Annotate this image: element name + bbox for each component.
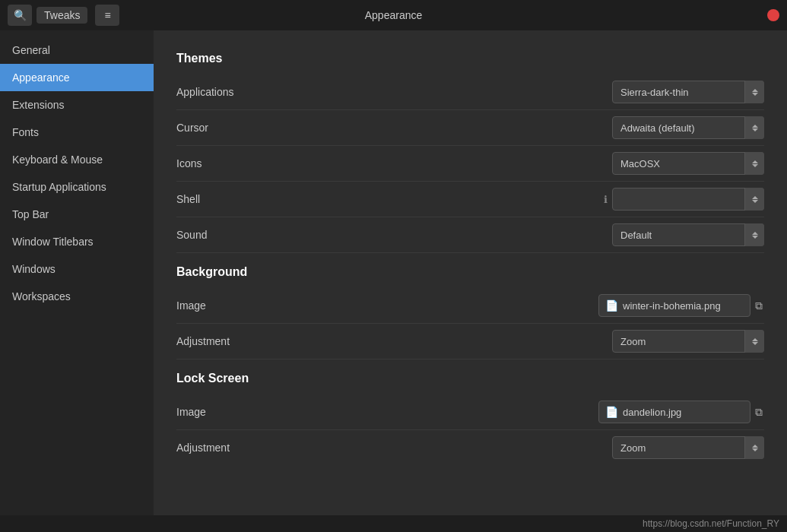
icons-control: MacOSX Adwaita Hicolor — [612, 152, 764, 175]
ls-adjustment-dropdown[interactable]: Zoom Centered Scaled Stretched Wallpaper… — [612, 436, 764, 459]
url-bar: https://blog.csdn.net/Function_RY — [0, 515, 787, 532]
ls-image-row: Image 📄 dandelion.jpg ⧉ — [176, 394, 764, 430]
bg-image-row: Image 📄 winter-in-bohemia.png ⧉ — [176, 288, 764, 324]
sound-dropdown-wrapper: Default Freedesktop Ubuntu — [612, 223, 764, 246]
ls-image-control: 📄 dandelion.jpg ⧉ — [598, 401, 764, 423]
ls-adjustment-row: Adjustment Zoom Centered Scaled Stretche… — [176, 430, 764, 465]
sidebar-item-top-bar[interactable]: Top Bar — [0, 201, 154, 228]
sidebar-item-fonts[interactable]: Fonts — [0, 119, 154, 146]
cursor-control: Adwaita (default) DMZ-Black DMZ-White — [612, 116, 764, 139]
ls-adjustment-dropdown-wrapper: Zoom Centered Scaled Stretched Wallpaper… — [612, 436, 764, 459]
shell-control — [612, 188, 764, 211]
applications-row: Applications Sierra-dark-thin Adwaita Ad… — [176, 74, 764, 110]
sound-label: Sound — [176, 229, 612, 241]
shell-dropdown-wrapper — [612, 188, 764, 211]
lock-screen-section-title: Lock Screen — [176, 372, 764, 385]
content-area: Themes Applications Sierra-dark-thin Adw… — [154, 30, 787, 532]
bg-adjustment-control: Zoom Centered Scaled Stretched Wallpaper… — [612, 330, 764, 353]
applications-dropdown-wrapper: Sierra-dark-thin Adwaita Adwaita-dark — [612, 81, 764, 103]
cursor-row: Cursor Adwaita (default) DMZ-Black DMZ-W… — [176, 110, 764, 146]
header-title: Appearance — [365, 9, 423, 21]
file-icon: 📄 — [605, 299, 618, 312]
applications-control: Sierra-dark-thin Adwaita Adwaita-dark — [612, 81, 764, 103]
sidebar-item-startup-applications[interactable]: Startup Applications — [0, 173, 154, 201]
cursor-dropdown[interactable]: Adwaita (default) DMZ-Black DMZ-White — [612, 116, 764, 139]
background-section-title: Background — [176, 265, 764, 279]
shell-info-icon: ℹ — [604, 194, 608, 205]
sidebar: General Appearance Extensions Fonts Keyb… — [0, 30, 154, 532]
bg-image-copy-button[interactable]: ⧉ — [754, 298, 764, 314]
bg-image-control: 📄 winter-in-bohemia.png ⧉ — [598, 294, 764, 317]
sidebar-item-windows[interactable]: Windows — [0, 255, 154, 283]
applications-label: Applications — [176, 86, 612, 98]
ls-image-label: Image — [176, 406, 598, 418]
bg-adjustment-label: Adjustment — [176, 335, 612, 347]
main-layout: General Appearance Extensions Fonts Keyb… — [0, 30, 787, 532]
bg-adjustment-dropdown[interactable]: Zoom Centered Scaled Stretched Wallpaper… — [612, 330, 764, 353]
ls-image-copy-button[interactable]: ⧉ — [754, 404, 764, 420]
shell-dropdown[interactable] — [612, 188, 764, 211]
sidebar-item-extensions[interactable]: Extensions — [0, 91, 154, 119]
sound-dropdown[interactable]: Default Freedesktop Ubuntu — [612, 223, 764, 246]
ls-adjustment-label: Adjustment — [176, 442, 612, 454]
cursor-label: Cursor — [176, 122, 612, 134]
menu-icon: ≡ — [104, 9, 110, 21]
menu-button[interactable]: ≡ — [95, 5, 119, 26]
bg-adjustment-row: Adjustment Zoom Centered Scaled Stretche… — [176, 324, 764, 359]
app-header: 🔍 Tweaks ≡ Appearance — [0, 0, 787, 30]
themes-section-title: Themes — [176, 52, 764, 65]
bg-image-file-picker[interactable]: 📄 winter-in-bohemia.png — [598, 294, 751, 317]
search-button[interactable]: 🔍 — [8, 5, 32, 26]
icons-row: Icons MacOSX Adwaita Hicolor — [176, 146, 764, 182]
sound-row: Sound Default Freedesktop Ubuntu — [176, 217, 764, 253]
icons-label: Icons — [176, 157, 612, 169]
bg-adjustment-dropdown-wrapper: Zoom Centered Scaled Stretched Wallpaper… — [612, 330, 764, 353]
applications-dropdown[interactable]: Sierra-dark-thin Adwaita Adwaita-dark — [612, 81, 764, 103]
file-icon: 📄 — [605, 406, 618, 418]
sound-control: Default Freedesktop Ubuntu — [612, 223, 764, 246]
ls-image-file-picker[interactable]: 📄 dandelion.jpg — [598, 401, 751, 423]
ls-adjustment-control: Zoom Centered Scaled Stretched Wallpaper… — [612, 436, 764, 459]
sidebar-item-general[interactable]: General — [0, 36, 154, 64]
sidebar-item-appearance[interactable]: Appearance — [0, 64, 154, 91]
shell-row: Shell ℹ — [176, 182, 764, 217]
header-left-controls: 🔍 Tweaks ≡ — [8, 5, 119, 26]
close-button[interactable] — [767, 9, 779, 21]
sidebar-item-window-titlebars[interactable]: Window Titlebars — [0, 228, 154, 255]
app-name-label: Tweaks — [36, 7, 87, 24]
cursor-dropdown-wrapper: Adwaita (default) DMZ-Black DMZ-White — [612, 116, 764, 139]
sidebar-item-workspaces[interactable]: Workspaces — [0, 283, 154, 310]
icons-dropdown-wrapper: MacOSX Adwaita Hicolor — [612, 152, 764, 175]
ls-image-filename: dandelion.jpg — [623, 407, 744, 418]
bg-image-label: Image — [176, 299, 598, 312]
search-icon: 🔍 — [14, 9, 27, 21]
icons-dropdown[interactable]: MacOSX Adwaita Hicolor — [612, 152, 764, 175]
bg-image-filename: winter-in-bohemia.png — [623, 300, 744, 312]
shell-label: Shell — [176, 193, 604, 205]
sidebar-item-keyboard-mouse[interactable]: Keyboard & Mouse — [0, 146, 154, 173]
